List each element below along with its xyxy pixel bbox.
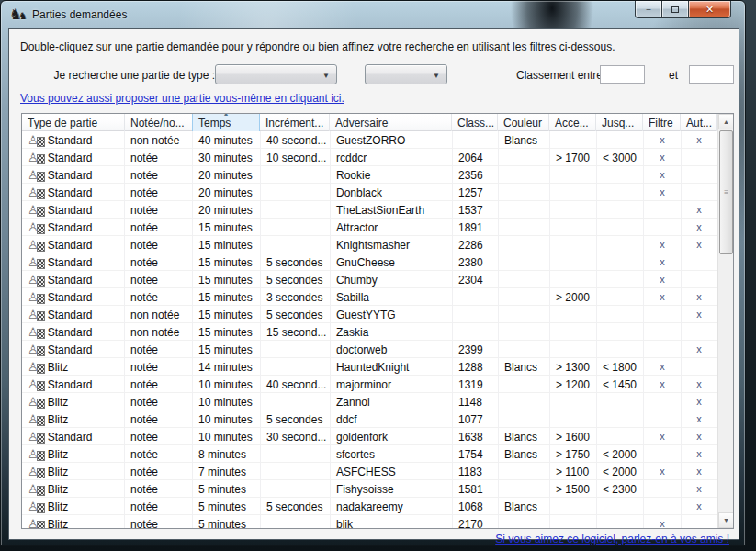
cell-jusq [597,184,644,201]
parties-demandees-window: ♞♞ Parties demandées – ✕ Double-cliquez … [0,0,746,546]
chess-piece-icon: ♙ [28,360,45,374]
cell-couleur [499,201,550,219]
header-label: Adversaire [335,117,388,129]
propose-game-link[interactable]: Vous pouvez aussi proposer une partie vo… [20,92,344,105]
cell-filtre: x [644,376,682,393]
chess-piece-icon: ♙ [28,412,45,426]
cell-jusq [597,253,644,271]
cell-adversaire: Donblack [331,184,453,201]
table-row[interactable]: ♙Blitznotée8 minutessfcortes1754Blancs> … [22,445,717,463]
rating-max-input[interactable] [689,65,734,84]
table-row[interactable]: ♙Standardnotée15 minutesdoctorweb2399x [22,341,717,358]
cell-class: 1257 [453,184,499,201]
table-row[interactable]: ♙Standardnotée10 minutes40 second...majo… [22,376,717,393]
cell-acce [550,341,597,358]
game-type-select[interactable]: ▼ [215,64,337,84]
cell-noteno: notée [125,410,193,428]
header-cell-0[interactable]: Type de partie [22,114,125,131]
cell-noteno: notée [125,253,193,271]
table-row[interactable]: ♙Standardnotée20 minutesRookie2356x [22,166,717,184]
cell-noteno: notée [125,358,193,376]
chess-piece-icon: ♙ [28,325,45,339]
table-row[interactable]: ♙Blitznotée10 minutesZannol1148x [22,393,717,410]
cell-aut: x [682,201,717,219]
close-icon: ✕ [705,4,714,16]
table-row[interactable]: ♙Standardnotée15 minutes3 secondesSabill… [22,288,717,306]
table-row[interactable]: ♙Standardnotée20 minutesTheLastSionEarth… [22,201,717,219]
table-row[interactable]: ♙Blitznotée14 minutesHauntedKnight1288Bl… [22,358,717,376]
table-row[interactable]: ♙Standardnotée15 minutes5 secondesGnuChe… [22,253,717,271]
cell-noteno: notée [125,236,193,253]
cell-temps: 20 minutes [193,201,261,219]
cell-jusq: < 2300 [597,480,644,498]
scroll-up-button[interactable]: ▲ [718,114,734,129]
header-cell-6[interactable]: Couleur [498,114,549,131]
table-row[interactable]: ♙Standardnotée20 minutesDonblack1257x [22,184,717,201]
close-button[interactable]: ✕ [688,1,731,18]
cell-incrment: 40 second... [261,131,331,149]
cell-couleur [499,253,550,271]
minimize-icon: – [646,5,650,14]
cell-incrment: 40 second... [261,376,331,393]
header-label: Class... [457,117,494,129]
header-cell-4[interactable]: Adversaire [330,114,452,131]
rating-min-input[interactable] [600,65,645,84]
cell-couleur [499,184,550,201]
header-cell-9[interactable]: Filtre [643,114,681,131]
table-row[interactable]: ♙Standardnon notée40 minutes40 second...… [22,131,717,149]
cell-couleur: Blancs [499,131,550,149]
cell-jusq [597,410,644,428]
table-row[interactable]: ♙Standardnon notée15 minutes15 second...… [22,323,717,341]
header-cell-1[interactable]: Notée/no... [125,114,193,131]
cell-incrment [261,463,331,480]
cell-temps: 10 minutes [193,393,261,410]
cell-filtre: x [644,288,682,306]
table-row[interactable]: ♙Standardnotée15 minutes5 secondesChumby… [22,271,717,288]
table-row[interactable]: ♙Blitznotée10 minutes5 secondesddcf1077x [22,410,717,428]
table-row[interactable]: ♙Standardnon notée15 minutes5 secondesGu… [22,306,717,323]
cell-jusq [597,288,644,306]
table-row[interactable]: ♙Blitznotée5 minutesblik2170x [22,515,717,528]
table-row[interactable]: ♙Standardnotée10 minutes30 second...gold… [22,428,717,445]
table-row[interactable]: ♙Standardnotée15 minutesKnightsmasher228… [22,236,717,253]
cell-jusq [597,236,644,253]
table-header: Type de partieNotée/no...▴TempsIncrément… [22,114,717,131]
chess-piece-icon: ♙ [28,133,45,147]
game-type-label: Blitz [48,483,69,496]
header-cell-10[interactable]: Aut... [681,114,717,131]
chess-piece-icon: ♙ [28,168,45,182]
cell-typedepartie: ♙Standard [22,428,125,445]
header-cell-5[interactable]: Class... [452,114,498,131]
share-with-friends-link[interactable]: Si vous aimez ce logiciel, parlez-en à v… [495,533,729,545]
header-cell-2[interactable]: ▴Temps [192,114,260,131]
cell-class [453,323,499,341]
header-cell-8[interactable]: Jusq... [596,114,643,131]
cell-adversaire: Rookie [331,166,453,184]
cell-jusq [597,515,644,528]
cell-acce: > 1500 [550,480,597,498]
header-cell-3[interactable]: Incrément... [260,114,330,131]
cell-noteno: notée [125,219,193,236]
chess-piece-icon: ♙ [28,447,45,461]
games-listview: Type de partieNotée/no...▴TempsIncrément… [21,113,734,529]
table-row[interactable]: ♙Standardnotée15 minutesAttractor1891x [22,219,717,236]
table-row[interactable]: ♙Standardnotée30 minutes10 second...rcdd… [22,149,717,166]
game-subtype-select[interactable]: ▼ [365,64,447,84]
cell-jusq [597,131,644,149]
scroll-down-button[interactable]: ▼ [718,512,734,528]
game-type-label: Standard [48,274,93,287]
cell-class: 2304 [453,271,499,288]
table-row[interactable]: ♙Blitznotée5 minutesFishysoisse1581> 150… [22,480,717,498]
scrollbar-thumb[interactable]: ≡ [719,130,733,254]
game-type-label: Standard [48,431,93,444]
vertical-scrollbar[interactable]: ▲ ≡ ▼ [717,114,733,528]
cell-class: 1148 [453,393,499,410]
minimize-button[interactable]: – [635,1,662,18]
titlebar[interactable]: ♞♞ Parties demandées – ✕ [1,1,745,28]
maximize-button[interactable] [661,1,689,18]
header-cell-7[interactable]: Acce... [549,114,596,131]
header-label: Jusq... [602,117,634,129]
table-row[interactable]: ♙Blitznotée5 minutes5 secondesnadakareem… [22,498,717,515]
cell-class: 1288 [453,358,499,376]
table-row[interactable]: ♙Blitznotée7 minutesASFCHESS1183> 1100< … [22,463,717,480]
